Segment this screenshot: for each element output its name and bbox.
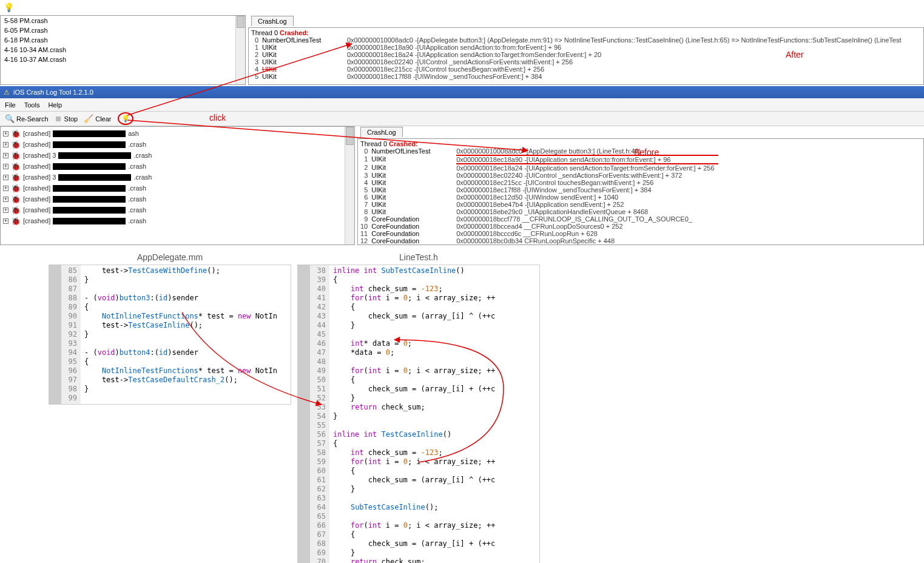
tab-crashlog[interactable]: CrashLog [360, 127, 403, 137]
tree-item[interactable]: +🐞[crashed] .crash [3, 215, 352, 226]
bug-icon: 🐞 [11, 140, 21, 149]
stack-row[interactable]: 12CoreFoundation0x000000018bc0db34 CFRun… [360, 237, 718, 244]
search-icon: 🔍 [5, 114, 15, 123]
menu-tools[interactable]: Tools [24, 101, 40, 109]
expand-icon[interactable]: + [3, 164, 8, 169]
src2-code: 3839404142434445464748495051525354555657… [297, 265, 540, 563]
redacted [53, 130, 126, 137]
broom-icon: 🧹 [84, 114, 93, 123]
file-list-item[interactable]: 6-18 PM.crash [1, 35, 245, 45]
src1-filename: AppDelegate.mm [49, 252, 291, 262]
stack-row[interactable]: 9CoreFoundation0x000000018bccf778 __CFRU… [360, 215, 718, 223]
tree-item[interactable]: +🐞[crashed] .crash [3, 139, 352, 150]
redacted [53, 218, 126, 224]
stop-icon: ⏹ [55, 114, 62, 123]
research-button[interactable]: 🔍Re-Search [5, 114, 49, 123]
bug-icon: 🐞 [11, 217, 21, 226]
bug-icon: 🐞 [11, 151, 21, 160]
stack-row[interactable]: 8UIKit0x000000018ebe29c0 _UIApplicationH… [360, 208, 718, 215]
clear-button[interactable]: 🧹Clear [84, 114, 111, 123]
redacted [53, 196, 126, 203]
scrollbar[interactable] [345, 127, 354, 244]
expand-icon[interactable]: + [3, 175, 8, 180]
redacted [53, 207, 126, 214]
tab-crashlog[interactable]: CrashLog [251, 16, 294, 26]
tree-item[interactable]: +🐞[crashed] .crash [3, 161, 352, 172]
toolbar: 🔍Re-Search ⏹Stop 🧹Clear 💡 [0, 112, 924, 126]
top-icon-bar: 💡 [0, 0, 924, 15]
file-list-pane: 5-58 PM.crash6-05 PM.crash6-18 PM.crash4… [0, 15, 246, 85]
expand-icon[interactable]: + [3, 186, 8, 191]
stack-row[interactable]: 3UIKit0x000000018ec02240 -[UIControl _se… [251, 58, 905, 66]
expand-icon[interactable]: + [3, 153, 8, 158]
expand-icon[interactable]: + [3, 131, 8, 137]
file-list-item[interactable]: 5-58 PM.crash [1, 16, 245, 25]
scrollbar[interactable] [235, 16, 245, 84]
before-stack-table: 0NumberOfLinesTest0x000000010008adc0 -[A… [360, 147, 718, 244]
stack-row[interactable]: 5UIKit0x000000018ec17f88 -[UIWindow _sen… [251, 73, 905, 80]
stack-row[interactable]: 0NumberOfLinesTest0x000000010008adc0 -[A… [360, 147, 718, 155]
bug-icon: 🐞 [11, 206, 21, 215]
tree-item[interactable]: +🐞[crashed] 3.crash [3, 172, 352, 183]
stack-row[interactable]: 5UIKit0x000000018ec17f88 -[UIWindow _sen… [360, 186, 718, 194]
stack-row[interactable]: 2UIKit0x000000018ec18a24 -[UIApplication… [360, 164, 718, 172]
src1-code: 858687888990919293949596979899 test->Tes… [49, 265, 291, 405]
stack-row[interactable]: 1UIKit0x000000018ec18a90 -[UIApplication… [360, 155, 718, 164]
bulb-icon: 💡 [121, 115, 130, 122]
tree-item[interactable]: +🐞[crashed] .crash [3, 183, 352, 194]
bug-icon: 🐞 [11, 195, 21, 204]
redacted [58, 152, 131, 159]
bug-icon: 🐞 [11, 129, 21, 138]
tree-item[interactable]: +🐞[crashed] 3.crash [3, 150, 352, 161]
expand-icon[interactable]: + [3, 207, 8, 213]
src2-filename: LineTest.h [297, 252, 540, 262]
tree-item[interactable]: +🐞[crashed] .crash [3, 204, 352, 215]
bug-icon: 🐞 [11, 173, 21, 182]
bulb-button[interactable]: 💡 [118, 112, 133, 125]
tree-item[interactable]: +🐞[crashed] .crash [3, 194, 352, 204]
expand-icon[interactable]: + [3, 197, 8, 202]
redacted [53, 141, 126, 148]
stack-row[interactable]: 7UIKit0x000000018ebe47b4 -[UIApplication… [360, 201, 718, 208]
warning-icon: ⚠ [4, 89, 10, 96]
file-list-item[interactable]: 4-16 10-37 AM.crash [1, 55, 245, 64]
crash-header: Thread 0 Crashed: [251, 29, 921, 36]
before-crashlog-pane: CrashLog Thread 0 Crashed: 0NumberOfLine… [357, 138, 924, 245]
stack-row[interactable]: 2UIKit0x000000018ec18a24 -[UIApplication… [251, 51, 905, 58]
menubar: File Tools Help [0, 98, 924, 112]
file-list-item[interactable]: 6-05 PM.crash [1, 25, 245, 35]
stop-button[interactable]: ⏹Stop [55, 114, 78, 123]
titlebar: ⚠ iOS Crash Log Tool 1.2.1.0 [0, 86, 924, 98]
redacted [53, 185, 126, 192]
tree-item[interactable]: +🐞[crashed] ash [3, 128, 352, 139]
stack-row[interactable]: 11CoreFoundation0x000000018bcccd6c __CFR… [360, 230, 718, 237]
stack-row[interactable]: 3UIKit0x000000018ec02240 -[UIControl _se… [360, 172, 718, 179]
stack-row[interactable]: 6UIKit0x000000018ec12d50 -[UIWindow send… [360, 194, 718, 201]
stack-row[interactable]: 1UIKit0x000000018ec18a90 -[UIApplication… [251, 44, 905, 51]
menu-file[interactable]: File [5, 101, 16, 109]
redacted [53, 163, 126, 170]
after-stack-table: 0NumberOfLinesTest0x000000010008adc0 -[A… [251, 36, 905, 80]
stack-row[interactable]: 4UIKit0x000000018ec215cc -[UIControl tou… [251, 66, 905, 73]
expand-icon[interactable]: + [3, 218, 8, 224]
app-title: iOS Crash Log Tool 1.2.1.0 [13, 89, 93, 96]
redacted [58, 174, 131, 181]
stack-row[interactable]: 0NumberOfLinesTest0x000000010008adc0 -[A… [251, 36, 905, 44]
expand-icon[interactable]: + [3, 142, 8, 147]
after-crashlog-pane: CrashLog Thread 0 Crashed: 0NumberOfLine… [248, 27, 924, 85]
bug-icon: 🐞 [11, 162, 21, 171]
file-list-item[interactable]: 4-16 10-34 AM.crash [1, 45, 245, 55]
stack-row[interactable]: 4UIKit0x000000018ec215cc -[UIControl tou… [360, 179, 718, 186]
bug-icon: 🐞 [11, 184, 21, 193]
bulb-icon[interactable]: 💡 [4, 2, 14, 12]
menu-help[interactable]: Help [48, 101, 62, 109]
crash-header: Thread 0 Crashed: [360, 140, 921, 147]
stack-row[interactable]: 10CoreFoundation0x000000018bccead4 __CFR… [360, 223, 718, 230]
crash-tree-pane: +🐞[crashed] ash+🐞[crashed] .crash+🐞[cras… [0, 126, 355, 245]
